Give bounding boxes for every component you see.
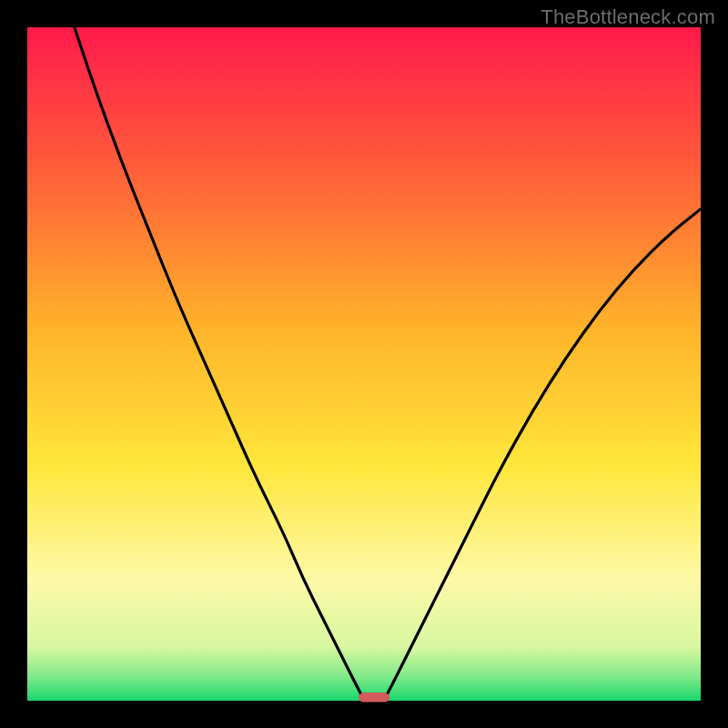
bottleneck-marker <box>359 693 389 702</box>
bottleneck-chart <box>0 0 728 728</box>
plot-background <box>27 27 701 701</box>
chart-stage: TheBottleneck.com <box>0 0 728 728</box>
